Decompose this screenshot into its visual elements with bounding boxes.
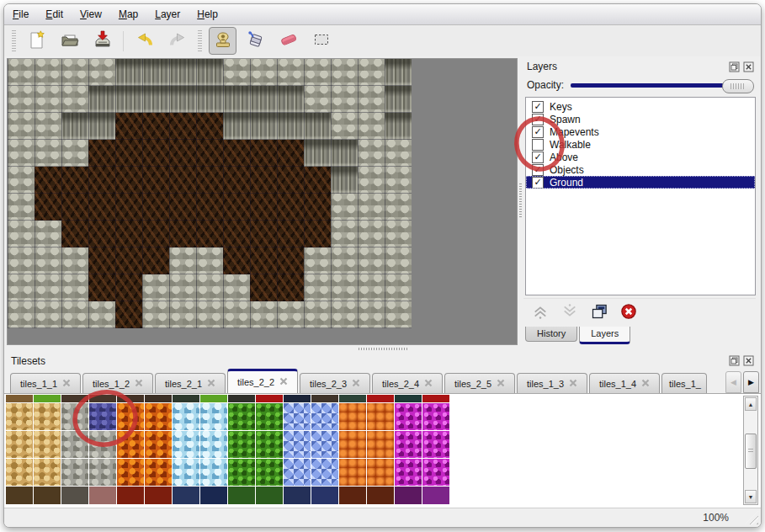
layer-row-objects[interactable]: ✓Objects (526, 163, 755, 176)
map-tile-rock-scales[interactable] (88, 301, 115, 328)
map-tile-cliff-face[interactable] (385, 86, 412, 113)
tileset-tab-tiles_1_3[interactable]: tiles_1_3 (517, 373, 587, 393)
palette-tile-bubble[interactable] (339, 431, 366, 458)
map-tile-cave-floor[interactable] (88, 274, 115, 301)
tab-close-icon[interactable] (62, 379, 71, 389)
palette-tile-crystal[interactable] (311, 459, 338, 486)
stamp-tool-button[interactable] (209, 27, 236, 55)
map-tile-cave-floor[interactable] (61, 194, 88, 221)
map-tile-cliff-face[interactable] (115, 59, 142, 86)
palette-tile-magenta[interactable] (395, 431, 422, 458)
palette-tile-ice[interactable] (200, 403, 227, 430)
map-tile-cliff-face[interactable] (169, 86, 196, 113)
palette-tile-sand[interactable] (6, 459, 33, 486)
map-tile-cave-floor[interactable] (196, 113, 223, 140)
tab-close-icon[interactable] (424, 379, 433, 389)
palette-tile-vine[interactable] (256, 459, 283, 486)
map-tile-rock-scales[interactable] (385, 247, 412, 274)
map-tile-rock-scales[interactable] (8, 167, 35, 194)
map-tile-cave-floor[interactable] (88, 247, 115, 274)
map-tile-rock-scales[interactable] (358, 59, 385, 86)
map-tile-cave-floor[interactable] (169, 113, 196, 140)
map-tile-cave-floor[interactable] (115, 221, 142, 247)
map-tile-rock-scales[interactable] (277, 301, 304, 328)
palette-tile-crystal[interactable] (311, 403, 338, 430)
palette-tile-edge[interactable] (422, 395, 449, 402)
palette-tile-sand[interactable] (6, 403, 33, 430)
resize-grip[interactable] (745, 511, 758, 524)
map-tile-rock-scales[interactable] (8, 274, 35, 301)
map-tile-cave-floor[interactable] (277, 167, 304, 194)
map-tile-rock-scales[interactable] (358, 274, 385, 301)
palette-tile-rock[interactable] (61, 403, 88, 430)
tab-close-icon[interactable] (569, 379, 577, 389)
palette-tile-edge[interactable] (89, 395, 116, 402)
layer-row-walkable[interactable]: Walkable (526, 138, 755, 151)
map-tile-rock-scales[interactable] (169, 301, 196, 328)
map-tile-cave-floor[interactable] (277, 194, 304, 221)
map-tile-rock-scales[interactable] (385, 140, 412, 167)
map-tile-cliff-face[interactable] (61, 113, 88, 140)
layer-checkbox-keys[interactable]: ✓ (532, 101, 544, 113)
palette-tile-lava[interactable] (145, 403, 172, 430)
tab-close-icon[interactable] (497, 379, 505, 389)
map-tile-cave-floor[interactable] (142, 194, 169, 221)
layer-checkbox-objects[interactable]: ✓ (532, 164, 544, 176)
palette-tile-edge[interactable] (422, 487, 449, 504)
map-tile-rock-scales[interactable] (35, 59, 61, 86)
tab-close-icon[interactable] (279, 377, 288, 387)
map-tile-cave-floor[interactable] (304, 194, 331, 221)
map-tile-rock-scales[interactable] (358, 86, 385, 113)
layer-checkbox-spawn[interactable]: ✓ (532, 114, 544, 125)
palette-tile-bubble[interactable] (367, 459, 394, 486)
close-panel-icon[interactable] (743, 61, 754, 72)
map-tile-cliff-face[interactable] (250, 113, 277, 140)
map-tile-cave-floor[interactable] (115, 247, 142, 274)
palette-tile-crystal[interactable] (311, 431, 338, 458)
map-tile-rock-scales[interactable] (35, 274, 61, 301)
palette-tile-edge[interactable] (339, 487, 366, 504)
map-tile-cave-floor[interactable] (142, 113, 169, 140)
palette-tile-magenta[interactable] (422, 431, 449, 458)
undo-button[interactable] (130, 27, 158, 55)
map-tile-rock-scales[interactable] (61, 247, 88, 274)
tab-close-icon[interactable] (352, 379, 360, 389)
vertical-splitter[interactable] (518, 56, 523, 345)
palette-tile-edge[interactable] (200, 395, 227, 402)
map-tile-cliff-face[interactable] (304, 140, 331, 167)
map-tile-cliff-face[interactable] (169, 59, 196, 86)
map-tile-rock-scales[interactable] (8, 86, 35, 113)
raise-layer-button[interactable] (532, 303, 549, 323)
map-tile-cave-floor[interactable] (196, 140, 223, 167)
palette-tile-edge[interactable] (339, 395, 366, 402)
palette-tile-edge[interactable] (200, 487, 227, 504)
map-tile-cave-floor[interactable] (169, 194, 196, 221)
layer-row-above[interactable]: ✓Above (526, 151, 755, 163)
palette-tile-edge[interactable] (34, 395, 61, 402)
map-tile-cave-floor[interactable] (142, 167, 169, 194)
map-tile-rock-scales[interactable] (250, 301, 277, 328)
palette-tile-magenta[interactable] (422, 459, 449, 486)
scrollbar-track[interactable] (745, 412, 757, 489)
layer-checkbox-above[interactable]: ✓ (532, 152, 544, 163)
palette-tile-edge[interactable] (395, 487, 422, 504)
palette-tile-edge[interactable] (284, 487, 311, 504)
palette-tile-magenta[interactable] (422, 403, 449, 430)
map-tile-rock-scales[interactable] (169, 274, 196, 301)
map-tile-rock-scales[interactable] (331, 113, 358, 140)
map-tile-cave-floor[interactable] (88, 221, 115, 247)
redo-button[interactable] (163, 27, 191, 55)
map-tile-cave-floor[interactable] (88, 167, 115, 194)
map-tile-rock-scales[interactable] (35, 301, 61, 328)
map-tile-rock-scales[interactable] (358, 301, 385, 328)
palette-tile-edge[interactable] (173, 487, 199, 504)
map-tile-rock-scales[interactable] (250, 59, 277, 86)
map-tile-cave-floor[interactable] (88, 140, 115, 167)
layer-list[interactable]: ✓Keys✓Spawn✓MapeventsWalkable✓Above✓Obje… (525, 97, 756, 295)
map-tile-rock-scales[interactable] (8, 113, 35, 140)
palette-tile-rock[interactable] (61, 459, 88, 486)
float-panel-icon[interactable] (729, 355, 740, 366)
tab-close-icon[interactable] (641, 379, 650, 389)
palette-tile-magenta[interactable] (395, 459, 422, 486)
palette-tile-ice[interactable] (173, 459, 199, 486)
